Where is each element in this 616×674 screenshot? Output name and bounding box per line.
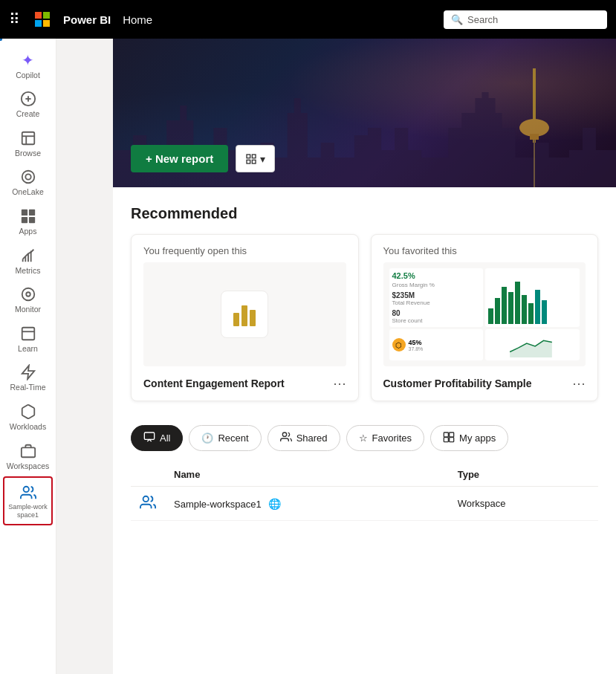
workspaces-icon xyxy=(19,442,37,460)
table-row[interactable]: Sample-workspace1 🌐 Workspace xyxy=(131,487,598,521)
svg-rect-3 xyxy=(22,132,34,145)
filter-tab-recent-label: Recent xyxy=(218,432,248,444)
sidebar-item-sample-workspace1[interactable]: Sample-workspace1 xyxy=(3,476,53,525)
apps-icon xyxy=(19,207,37,225)
rec-card-name-0: Content Engagement Report xyxy=(143,377,285,389)
svg-rect-33 xyxy=(450,438,454,442)
svg-marker-27 xyxy=(510,340,552,357)
workloads-icon xyxy=(19,403,37,421)
microsoft-logo xyxy=(35,12,50,27)
table-row-globe-icon: 🌐 xyxy=(268,498,281,510)
dp-line-svg xyxy=(488,332,577,357)
svg-rect-23 xyxy=(247,155,250,158)
dp-tile-barchart xyxy=(485,268,580,327)
sidebar-item-onelake[interactable]: OneLake xyxy=(0,162,56,201)
svg-rect-25 xyxy=(247,160,250,163)
dp-bar-3 xyxy=(502,287,507,324)
recommended-grid: You frequently open this Content Engagem… xyxy=(131,234,598,401)
hero-banner: + New report ▾ xyxy=(113,39,616,187)
search-placeholder: Search xyxy=(467,14,498,25)
dp-profit-label: 37.8% xyxy=(409,346,424,351)
dp-tile-profitability: ⬡ 45% 37.8% xyxy=(389,329,484,360)
svg-point-12 xyxy=(22,288,34,301)
content-area: Recommended You frequently open this xyxy=(113,187,616,533)
dp-revenue-label: Total Revenue xyxy=(392,299,481,306)
filter-tab-myapps[interactable]: My apps xyxy=(430,425,508,451)
sidebar-item-copilot[interactable]: ✦ Copilot xyxy=(0,45,56,85)
rec-card-content-engagement[interactable]: You frequently open this Content Engagem… xyxy=(131,234,359,401)
sidebar-item-workloads[interactable]: Workloads xyxy=(0,397,56,436)
recommended-title: Recommended xyxy=(131,205,598,222)
sidebar-item-realtime[interactable]: Real-Time xyxy=(0,357,56,397)
svg-rect-9 xyxy=(28,210,34,216)
recent-icon: 🕐 xyxy=(201,432,213,444)
rec-card-menu-1[interactable]: ⋯ xyxy=(572,375,586,392)
sidebar-item-label-browse: Browse xyxy=(15,149,41,158)
svg-rect-31 xyxy=(450,432,454,437)
page-label: Home xyxy=(123,13,152,26)
search-bar[interactable]: 🔍 Search xyxy=(444,10,607,29)
rec-card-footer-0: Content Engagement Report ⋯ xyxy=(132,366,358,401)
rec-card-menu-0[interactable]: ⋯ xyxy=(333,375,346,392)
bar-1 xyxy=(233,313,239,326)
report-icon-bars xyxy=(233,302,256,326)
filter-tab-recent[interactable]: 🕐 Recent xyxy=(189,425,261,451)
filter-tabs: All 🕐 Recent Shared ☆ Favorites My ap xyxy=(131,425,598,451)
sidebar-item-label-sample-workspace1: Sample-workspace1 xyxy=(7,503,48,519)
filter-tab-favorites[interactable]: ☆ Favorites xyxy=(346,425,424,451)
rec-card-customer-profitability[interactable]: You favorited this 42.5% Gross Margin % … xyxy=(371,234,599,401)
sidebar-item-browse[interactable]: Browse xyxy=(0,123,56,163)
sidebar-item-workspaces[interactable]: Workspaces xyxy=(0,436,56,476)
dp-kpi-value: 42.5% xyxy=(392,271,481,280)
dp-bar-5 xyxy=(515,282,520,324)
new-report-button[interactable]: + New report xyxy=(131,145,228,172)
realtime-icon xyxy=(19,363,37,381)
sidebar-item-label-workspaces: Workspaces xyxy=(7,461,50,471)
dp-profit-info: 45% 37.8% xyxy=(409,339,424,351)
svg-point-34 xyxy=(143,496,149,502)
svg-rect-26 xyxy=(253,160,256,163)
table-header-row: Name Type xyxy=(131,463,598,487)
myapps-icon xyxy=(443,431,455,445)
sidebar-item-label-apps: Apps xyxy=(19,227,37,236)
dp-count-label: Store count xyxy=(392,317,481,324)
svg-rect-14 xyxy=(22,328,34,340)
filter-tab-shared[interactable]: Shared xyxy=(268,425,340,451)
svg-rect-8 xyxy=(21,210,27,216)
sidebar-item-metrics[interactable]: Metrics xyxy=(0,241,56,280)
favorites-icon: ☆ xyxy=(359,432,368,444)
filter-tab-shared-label: Shared xyxy=(296,432,328,444)
svg-point-17 xyxy=(23,487,28,492)
dp-tile-linechart xyxy=(485,329,580,360)
dp-tile-kpi: 42.5% Gross Margin % $235M Total Revenue… xyxy=(389,268,484,327)
rec-card-footer-1: Customer Profitability Sample ⋯ xyxy=(372,366,598,401)
dp-bar-1 xyxy=(488,308,493,324)
sidebar-item-monitor[interactable]: Monitor xyxy=(0,279,56,319)
svg-rect-28 xyxy=(144,432,154,439)
dp-kpi-label: Gross Margin % xyxy=(392,282,481,288)
dp-bar-9 xyxy=(542,300,547,324)
filter-tab-all[interactable]: All xyxy=(131,425,183,451)
dp-bar-7 xyxy=(528,303,534,324)
sidebar-item-apps[interactable]: Apps xyxy=(0,201,56,241)
sidebar-item-learn[interactable]: Learn xyxy=(0,319,56,358)
sidebar-item-create[interactable]: Create xyxy=(0,84,56,123)
view-toggle-chevron: ▾ xyxy=(260,153,265,165)
view-toggle-button[interactable]: ▾ xyxy=(236,145,275,172)
rec-card-preview-0 xyxy=(143,262,346,366)
rec-card-preview-1: 42.5% Gross Margin % $235M Total Revenue… xyxy=(383,262,586,366)
sidebar-item-label-realtime: Real-Time xyxy=(10,383,45,392)
svg-rect-22 xyxy=(534,140,535,187)
shared-icon xyxy=(280,431,292,445)
main-content: + New report ▾ Recommended You frequentl… xyxy=(113,39,616,674)
dp-bar-2 xyxy=(495,298,500,325)
rec-card-subtitle-1: You favorited this xyxy=(372,235,598,262)
svg-rect-32 xyxy=(444,438,448,442)
svg-rect-10 xyxy=(21,217,27,223)
filter-tab-all-label: All xyxy=(160,432,170,444)
sidebar-item-label-learn: Learn xyxy=(18,344,38,354)
monitor-icon xyxy=(19,285,37,303)
svg-point-7 xyxy=(22,171,34,184)
svg-rect-24 xyxy=(253,155,256,158)
apps-grid-icon[interactable]: ⠿ xyxy=(9,10,20,28)
